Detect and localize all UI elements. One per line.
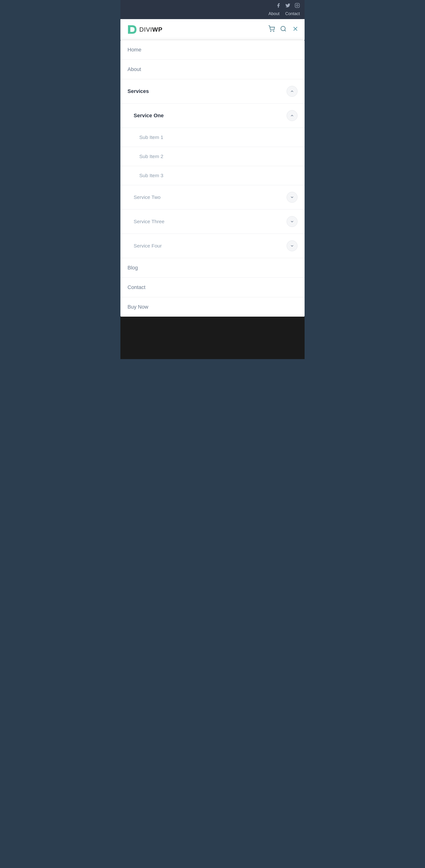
svg-point-6 xyxy=(281,26,285,31)
top-nav-about[interactable]: About xyxy=(268,11,280,16)
menu-item-contact[interactable]: Contact xyxy=(120,278,305,297)
menu-item-service-two-label: Service Two xyxy=(134,194,161,200)
svg-rect-3 xyxy=(128,25,130,34)
menu-item-service-two[interactable]: Service Two xyxy=(120,185,305,210)
top-nav: About Contact xyxy=(268,11,300,16)
dark-background xyxy=(120,317,305,359)
logo-d-icon xyxy=(126,23,138,36)
menu-item-about[interactable]: About xyxy=(120,60,305,79)
service-two-toggle-button[interactable] xyxy=(287,192,298,203)
top-nav-contact[interactable]: Contact xyxy=(285,11,300,16)
chevron-up-icon xyxy=(290,89,294,93)
services-toggle-button[interactable] xyxy=(287,86,298,97)
menu-item-home[interactable]: Home xyxy=(120,40,305,60)
service-three-toggle-button[interactable] xyxy=(287,216,298,227)
menu-item-service-one[interactable]: Service One xyxy=(120,103,305,128)
chevron-up-icon xyxy=(290,114,294,118)
menu-item-about-label: About xyxy=(128,66,141,72)
menu-item-buy-now[interactable]: Buy Now xyxy=(120,297,305,317)
menu-item-sub-2-label: Sub Item 2 xyxy=(139,154,163,159)
menu-item-service-four-label: Service Four xyxy=(134,243,162,249)
logo-text: DIVIWP xyxy=(139,26,163,33)
menu-item-service-three-label: Service Three xyxy=(134,219,164,224)
menu-item-service-four[interactable]: Service Four xyxy=(120,234,305,258)
menu-item-contact-label: Contact xyxy=(128,284,145,290)
menu-item-blog[interactable]: Blog xyxy=(120,258,305,278)
menu-item-sub-1-label: Sub Item 1 xyxy=(139,134,163,140)
twitter-icon[interactable] xyxy=(285,3,290,9)
menu-item-sub-3[interactable]: Sub Item 3 xyxy=(120,166,305,185)
menu-item-sub-3-label: Sub Item 3 xyxy=(139,173,163,178)
menu-item-home-label: Home xyxy=(128,47,141,53)
menu-item-sub-1[interactable]: Sub Item 1 xyxy=(120,128,305,147)
menu-item-services[interactable]: Services xyxy=(120,79,305,103)
social-icons xyxy=(276,3,300,9)
top-bar: About Contact xyxy=(120,0,305,19)
facebook-icon[interactable] xyxy=(276,3,281,9)
menu-item-services-label: Services xyxy=(128,88,149,94)
menu-item-service-one-label: Service One xyxy=(134,113,164,119)
svg-rect-2 xyxy=(126,23,138,36)
cart-icon[interactable] xyxy=(268,26,275,34)
svg-rect-0 xyxy=(295,3,300,7)
search-icon[interactable] xyxy=(280,26,287,34)
menu-item-sub-2[interactable]: Sub Item 2 xyxy=(120,147,305,166)
service-one-toggle-button[interactable] xyxy=(287,110,298,121)
mobile-menu: Home About Services Service One Sub Item… xyxy=(120,40,305,317)
svg-point-4 xyxy=(271,31,271,31)
service-four-toggle-button[interactable] xyxy=(287,240,298,251)
menu-item-service-three[interactable]: Service Three xyxy=(120,210,305,234)
logo-area[interactable]: DIVIWP xyxy=(126,23,163,36)
svg-point-5 xyxy=(274,31,274,31)
header-icons xyxy=(268,25,299,34)
chevron-down-icon xyxy=(290,219,294,224)
svg-line-7 xyxy=(285,30,286,31)
chevron-down-icon xyxy=(290,195,294,199)
menu-item-blog-label: Blog xyxy=(128,265,138,271)
header: DIVIWP xyxy=(120,19,305,40)
instagram-icon[interactable] xyxy=(295,3,300,9)
close-icon[interactable] xyxy=(292,25,299,34)
chevron-down-icon xyxy=(290,244,294,248)
menu-item-buy-now-label: Buy Now xyxy=(128,304,148,310)
